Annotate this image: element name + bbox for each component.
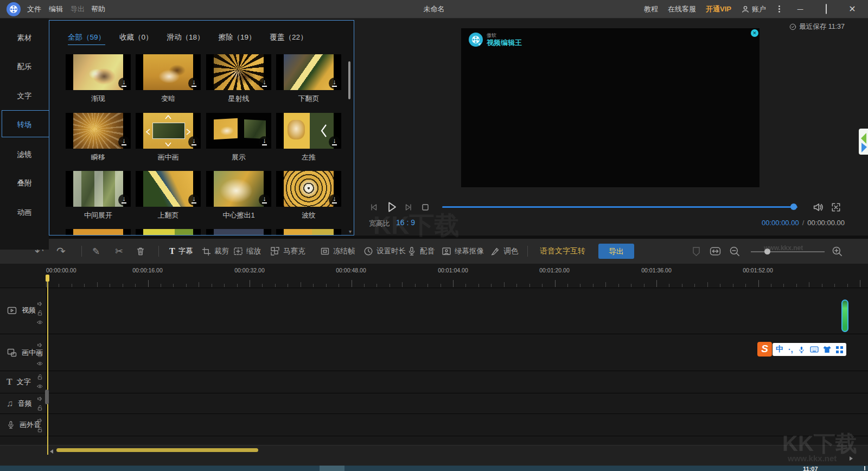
transition-item-partial[interactable] bbox=[66, 229, 131, 236]
playback-progress-knob[interactable] bbox=[790, 203, 797, 210]
download-icon[interactable] bbox=[259, 78, 270, 89]
scroll-right-icon[interactable] bbox=[850, 456, 853, 461]
lock-icon[interactable] bbox=[37, 405, 43, 411]
transition-item[interactable]: 上翻页 bbox=[136, 171, 201, 220]
cut-button[interactable]: ✂ bbox=[115, 239, 123, 264]
sidebar-item-overlays[interactable]: 叠附 bbox=[0, 179, 49, 188]
play-button[interactable] bbox=[385, 200, 398, 214]
transition-thumbnail[interactable] bbox=[66, 54, 131, 90]
download-icon[interactable] bbox=[118, 78, 130, 89]
download-icon[interactable] bbox=[188, 194, 200, 206]
mute-icon[interactable] bbox=[37, 301, 43, 307]
track-video[interactable]: 视频 bbox=[0, 288, 46, 334]
sidebar-item-transitions[interactable]: 转场 bbox=[0, 120, 49, 130]
speech-text-button[interactable]: 语音文字互转 bbox=[540, 239, 585, 264]
download-icon[interactable] bbox=[259, 136, 270, 148]
download-icon[interactable] bbox=[118, 194, 130, 206]
transition-thumbnail[interactable] bbox=[276, 113, 341, 149]
fit-timeline-icon[interactable] bbox=[710, 246, 721, 257]
download-icon[interactable] bbox=[329, 136, 340, 148]
more-menu-icon[interactable] bbox=[778, 5, 780, 14]
download-icon[interactable] bbox=[188, 78, 200, 89]
crop-button[interactable]: 裁剪 bbox=[202, 239, 229, 264]
visibility-icon[interactable] bbox=[36, 360, 43, 367]
stop-button[interactable] bbox=[420, 202, 430, 212]
timeline-horizontal-scrollbar[interactable] bbox=[56, 448, 258, 452]
playhead-line[interactable] bbox=[47, 281, 48, 455]
zoom-button[interactable]: 缩放 bbox=[233, 239, 261, 264]
transition-item[interactable]: 展示 bbox=[206, 113, 271, 162]
mute-icon[interactable] bbox=[37, 396, 43, 402]
transition-item[interactable]: 中间展开 bbox=[66, 171, 131, 220]
next-frame-button[interactable] bbox=[404, 202, 413, 212]
transition-thumbnail[interactable] bbox=[206, 171, 271, 207]
freeze-frame-button[interactable]: 冻结帧 bbox=[320, 239, 355, 264]
minimize-button[interactable]: ─ bbox=[792, 0, 808, 18]
tab-favorites[interactable]: 收藏（0） bbox=[119, 33, 153, 45]
edit-button[interactable]: ✎ bbox=[92, 239, 100, 264]
playhead-handle[interactable] bbox=[45, 390, 49, 404]
transition-item-partial[interactable] bbox=[276, 229, 341, 236]
download-icon[interactable] bbox=[329, 78, 340, 89]
ime-punctuation-toggle[interactable]: ·, bbox=[788, 345, 793, 354]
transition-item[interactable]: 波纹 bbox=[276, 171, 341, 220]
download-icon[interactable] bbox=[329, 194, 340, 206]
transition-item-partial[interactable] bbox=[136, 229, 201, 236]
fullscreen-icon[interactable] bbox=[831, 202, 841, 213]
transition-item[interactable]: 下翻页 bbox=[276, 54, 341, 104]
track-audio[interactable]: ♫ 音频 bbox=[0, 393, 46, 413]
maximize-button[interactable] bbox=[818, 0, 834, 18]
transition-thumbnail[interactable] bbox=[276, 171, 341, 207]
mute-icon[interactable] bbox=[37, 417, 43, 424]
transition-item[interactable]: 左推 bbox=[276, 113, 341, 162]
transition-item[interactable]: 变暗 bbox=[136, 54, 201, 104]
chroma-key-button[interactable]: 绿幕抠像 bbox=[442, 239, 484, 264]
transition-thumbnail[interactable] bbox=[206, 54, 271, 90]
os-taskbar[interactable]: 11:07 bbox=[0, 466, 868, 471]
set-duration-button[interactable]: 设置时长 bbox=[363, 239, 406, 264]
tab-all[interactable]: 全部（59） bbox=[68, 33, 105, 45]
transition-item[interactable]: 渐现 bbox=[66, 54, 131, 104]
tab-slide[interactable]: 滑动（18） bbox=[167, 33, 205, 45]
aspect-ratio-value[interactable]: 16 : 9 bbox=[396, 218, 415, 227]
taskbar-app-segment[interactable] bbox=[320, 466, 344, 471]
lock-icon[interactable] bbox=[37, 351, 43, 358]
vip-button[interactable]: 开通VIP bbox=[706, 4, 731, 14]
transition-thumbnail[interactable] bbox=[66, 171, 131, 207]
transition-thumbnail[interactable] bbox=[66, 113, 131, 149]
dub-button[interactable]: 配音 bbox=[407, 239, 435, 264]
timeline-zoom-slider[interactable] bbox=[751, 251, 825, 252]
redo-button[interactable]: ↷ bbox=[56, 239, 66, 264]
ime-mic-icon[interactable] bbox=[798, 346, 805, 354]
tab-wipe[interactable]: 擦除（19） bbox=[219, 33, 256, 45]
ime-menu-icon[interactable] bbox=[836, 346, 843, 353]
color-grade-button[interactable]: 调色 bbox=[490, 239, 518, 264]
ruler-ticks[interactable] bbox=[0, 264, 868, 288]
mosaic-button[interactable]: 马赛克 bbox=[270, 239, 305, 264]
transition-item[interactable]: 画中画 bbox=[136, 113, 201, 162]
transition-item-partial[interactable] bbox=[206, 229, 271, 236]
sidebar-item-media[interactable]: 素材 bbox=[0, 33, 49, 43]
download-icon[interactable] bbox=[259, 194, 270, 206]
transition-item[interactable]: 中心擦出1 bbox=[206, 171, 271, 220]
transition-thumbnail[interactable] bbox=[136, 171, 201, 207]
sogou-logo-icon[interactable]: S bbox=[757, 342, 772, 357]
ime-skin-icon[interactable] bbox=[824, 346, 831, 353]
sidebar-item-text[interactable]: 文字 bbox=[0, 91, 49, 101]
panel-scroll-down-icon[interactable]: ▾ bbox=[349, 228, 352, 234]
ime-language-toggle[interactable]: 中 bbox=[776, 345, 783, 354]
track-text[interactable]: T 文字 bbox=[0, 371, 46, 393]
download-icon[interactable] bbox=[118, 136, 130, 148]
scroll-left-icon[interactable] bbox=[50, 449, 53, 454]
watermark-close-icon[interactable]: ✕ bbox=[751, 29, 758, 37]
timeline-vertical-scrollbar[interactable] bbox=[841, 300, 848, 332]
close-button[interactable]: ✕ bbox=[844, 0, 860, 18]
volume-icon[interactable] bbox=[812, 201, 824, 213]
zoom-out-icon[interactable] bbox=[729, 246, 741, 257]
tutorial-link[interactable]: 教程 bbox=[644, 4, 658, 14]
track-voiceover[interactable]: 画外音 bbox=[0, 414, 46, 436]
track-pip[interactable]: 画中画 bbox=[0, 334, 46, 371]
transition-item[interactable]: 星射线 bbox=[206, 54, 271, 104]
prev-frame-button[interactable] bbox=[369, 202, 379, 212]
mute-icon[interactable] bbox=[37, 342, 43, 348]
